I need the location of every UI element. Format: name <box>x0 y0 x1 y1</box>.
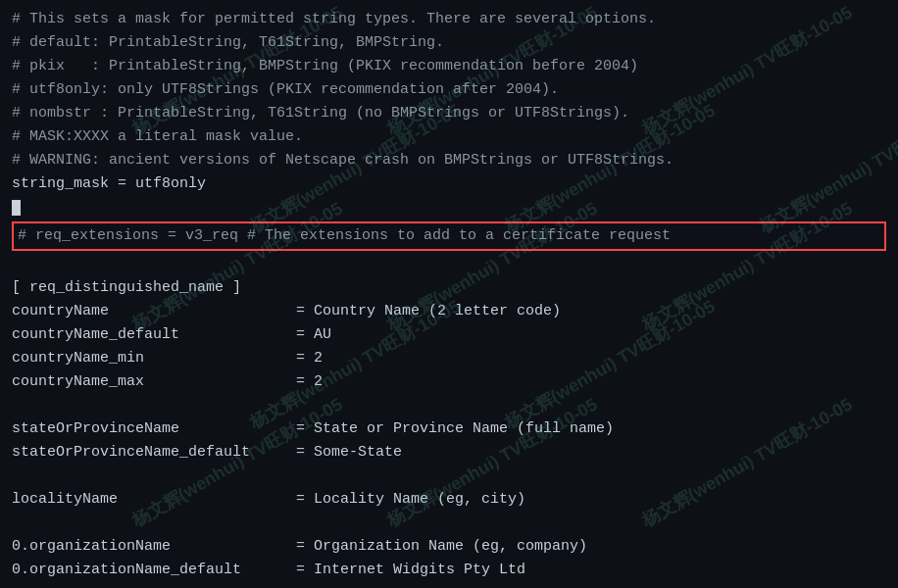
field-value-localityName: = Locality Name (eg, city) <box>296 488 525 512</box>
field-name-stateOrProvinceName: stateOrProvinceName <box>12 417 296 441</box>
field-value-stateOrProvinceName: = State or Province Name (full name) <box>296 417 614 441</box>
field-name-countryName-min: countryName_min <box>12 347 296 370</box>
highlighted-req-extensions-line: # req_extensions = v3_req # The extensio… <box>12 221 886 251</box>
field-name-countryName-default: countryName_default <box>12 323 296 347</box>
field-row-stateOrProvinceName-default: stateOrProvinceName_default = Some-State <box>12 441 886 465</box>
field-row-orgName-default: 0.organizationName_default = Internet Wi… <box>12 559 886 582</box>
field-value-countryName: = Country Name (2 letter code) <box>296 300 561 323</box>
blank-line-2 <box>12 394 886 417</box>
field-row-countryName: countryName = Country Name (2 letter cod… <box>12 300 886 323</box>
code-comment-5: # nombstr : PrintableString, T61String (… <box>12 102 886 125</box>
field-name-localityName: localityName <box>12 488 296 512</box>
field-row-countryName-max: countryName_max = 2 <box>12 370 886 394</box>
field-value-orgName-default: = Internet Widgits Pty Ltd <box>296 559 525 582</box>
code-comment-1: # This sets a mask for permitted string … <box>12 8 886 31</box>
code-comment-3: # pkix : PrintableString, BMPString (PKI… <box>12 55 886 78</box>
field-row-countryName-default: countryName_default = AU <box>12 323 886 347</box>
code-comment-4: # utf8only: only UTF8Strings (PKIX recom… <box>12 78 886 102</box>
field-name-countryName: countryName <box>12 300 296 323</box>
blank-line-4 <box>12 512 886 535</box>
string-mask-line: string_mask = utf8only <box>12 172 886 196</box>
field-name-countryName-max: countryName_max <box>12 370 296 394</box>
code-comment-2: # default: PrintableString, T61String, B… <box>12 31 886 55</box>
field-value-countryName-min: = 2 <box>296 347 323 370</box>
section-header: [ req_distinguished_name ] <box>12 276 886 300</box>
text-cursor <box>12 200 21 216</box>
field-name-stateOrProvinceName-default: stateOrProvinceName_default <box>12 441 296 465</box>
field-value-stateOrProvinceName-default: = Some-State <box>296 441 402 465</box>
field-name-orgName: 0.organizationName <box>12 535 296 559</box>
code-editor: 杨文辉(wenhui) TV旺财-10-05 杨文辉(wenhui) TV旺财-… <box>0 0 898 588</box>
blank-line-1 <box>12 253 886 276</box>
field-name-orgName-default: 0.organizationName_default <box>12 559 296 582</box>
field-row-orgName: 0.organizationName = Organization Name (… <box>12 535 886 559</box>
field-value-countryName-max: = 2 <box>296 370 323 394</box>
code-comment-7: # WARNING: ancient versions of Netscape … <box>12 149 886 172</box>
cursor-line <box>12 196 886 220</box>
field-value-orgName: = Organization Name (eg, company) <box>296 535 587 559</box>
field-row-localityName: localityName = Locality Name (eg, city) <box>12 488 886 512</box>
field-row-stateOrProvinceName: stateOrProvinceName = State or Province … <box>12 417 886 441</box>
blank-line-3 <box>12 465 886 488</box>
field-value-countryName-default: = AU <box>296 323 331 347</box>
field-row-countryName-min: countryName_min = 2 <box>12 347 886 370</box>
code-comment-6: # MASK:XXXX a literal mask value. <box>12 125 886 149</box>
